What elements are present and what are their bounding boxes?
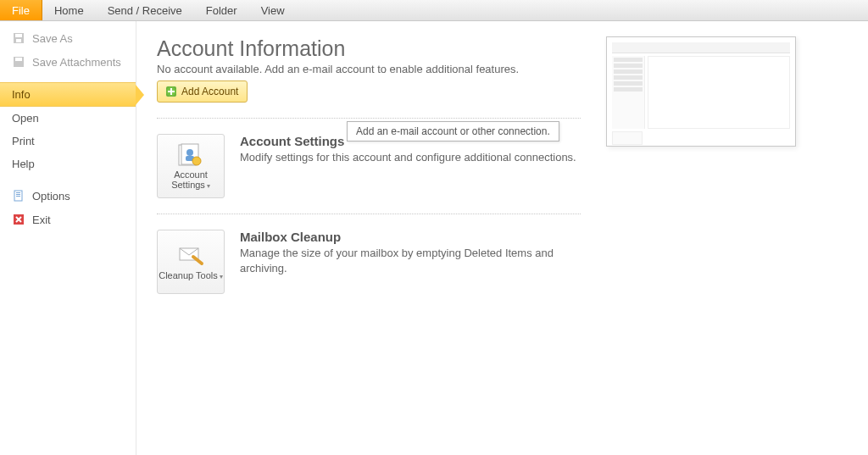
- sidebar-item-label: Open: [12, 112, 39, 125]
- sidebar-help[interactable]: Help: [0, 153, 136, 175]
- sidebar-open[interactable]: Open: [0, 107, 136, 130]
- sidebar-item-label: Options: [32, 190, 70, 203]
- backstage-sidebar: Save As Save Attachments Info Open Print…: [0, 21, 136, 455]
- svg-point-14: [192, 157, 201, 165]
- account-settings-button-label: Account Settings▾: [158, 169, 224, 191]
- svg-rect-4: [15, 58, 22, 61]
- options-icon: [12, 189, 25, 203]
- cleanup-tools-button[interactable]: Cleanup Tools▾: [157, 230, 225, 294]
- attachment-icon: [12, 55, 25, 69]
- svg-rect-2: [16, 39, 21, 42]
- preview-thumbnail: [606, 36, 796, 147]
- cleanup-tools-button-label: Cleanup Tools▾: [159, 270, 223, 281]
- mailbox-cleanup-heading: Mailbox Cleanup: [240, 230, 581, 244]
- page-subtitle: No account available. Add an e-mail acco…: [157, 63, 581, 75]
- add-account-button[interactable]: Add Account: [157, 80, 248, 103]
- svg-rect-7: [16, 194, 20, 195]
- tab-file[interactable]: File: [0, 0, 42, 20]
- svg-rect-1: [15, 34, 22, 37]
- sidebar-save-as: Save As: [0, 26, 136, 50]
- svg-rect-8: [16, 196, 20, 197]
- add-account-tooltip: Add an e-mail account or other connectio…: [347, 121, 559, 141]
- chevron-down-icon: ▾: [220, 274, 223, 281]
- svg-point-12: [186, 149, 193, 156]
- account-settings-icon: [176, 142, 205, 168]
- plus-icon: [166, 86, 176, 97]
- sidebar-item-label: Info: [12, 88, 31, 101]
- exit-icon: [12, 213, 25, 226]
- account-settings-button[interactable]: Account Settings▾: [157, 134, 225, 198]
- sidebar-exit[interactable]: Exit: [0, 208, 136, 231]
- sidebar-print[interactable]: Print: [0, 130, 136, 153]
- ribbon-tabs: File Home Send / Receive Folder View: [0, 0, 868, 21]
- sidebar-item-label: Save As: [32, 32, 73, 45]
- chevron-down-icon: ▾: [207, 183, 210, 191]
- tab-send-receive[interactable]: Send / Receive: [96, 0, 194, 20]
- save-icon: [12, 31, 25, 45]
- sidebar-item-label: Print: [12, 135, 35, 147]
- add-account-label: Add Account: [181, 86, 238, 97]
- page-title: Account Information: [157, 36, 581, 61]
- mailbox-cleanup-section: Cleanup Tools▾ Mailbox Cleanup Manage th…: [157, 230, 581, 294]
- section-divider: [157, 214, 581, 214]
- section-divider: [157, 118, 581, 119]
- sidebar-info[interactable]: Info: [0, 82, 136, 107]
- sidebar-options[interactable]: Options: [0, 184, 136, 208]
- account-settings-desc: Modify settings for this account and con…: [240, 150, 581, 165]
- backstage-content: Account Information No account available…: [136, 21, 868, 455]
- tab-folder[interactable]: Folder: [194, 0, 249, 20]
- sidebar-item-label: Help: [12, 158, 35, 170]
- svg-rect-6: [16, 192, 20, 193]
- account-settings-section: Account Settings▾ Account Settings Modif…: [157, 134, 581, 198]
- sidebar-item-label: Exit: [32, 214, 51, 226]
- sidebar-save-attachments: Save Attachments: [0, 50, 136, 74]
- mailbox-cleanup-desc: Manage the size of your mailbox by empty…: [240, 246, 581, 275]
- sidebar-item-label: Save Attachments: [32, 56, 121, 69]
- tab-view[interactable]: View: [249, 0, 297, 20]
- cleanup-tools-icon: [176, 243, 205, 269]
- tab-home[interactable]: Home: [42, 0, 96, 20]
